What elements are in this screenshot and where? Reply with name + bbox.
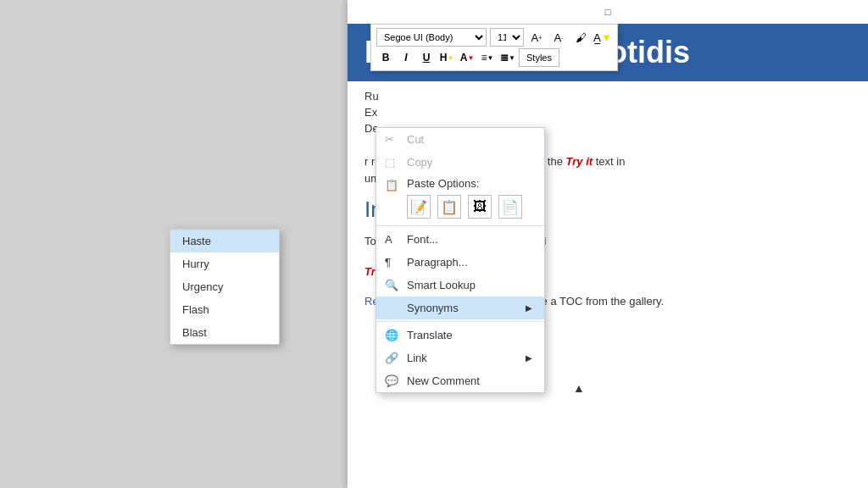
toolbar-row-2: B I U H▼ A▼ ≡▼ ≣▼ Styles [376, 48, 612, 67]
font-family-select[interactable]: Segoe UI (Body) [376, 28, 487, 47]
paste-icons-row: 📝 📋 🖼 📄 [407, 195, 532, 219]
ctx-paragraph[interactable]: ¶ Paragraph... [376, 251, 544, 274]
styles-btn[interactable]: Styles [519, 48, 559, 67]
synonyms-arrow-icon: ▶ [526, 303, 532, 313]
paste-options-label: Paste Options: [407, 177, 532, 190]
ctx-translate[interactable]: 🌐 Translate [376, 324, 544, 347]
smart-lookup-label: Smart Lookup [407, 279, 476, 291]
ctx-new-comment[interactable]: 💬 New Comment [376, 369, 544, 392]
cut-label: Cut [407, 133, 424, 146]
synonyms-submenu: Haste Hurry Urgency Flash Blast [170, 229, 280, 345]
comment-icon: 💬 [385, 374, 398, 387]
new-comment-label: New Comment [407, 374, 480, 387]
paste-picture-btn[interactable]: 🖼 [468, 195, 492, 219]
ctx-cut[interactable]: ✂ Cut [376, 128, 544, 151]
font-grow-btn[interactable]: A+ [527, 28, 546, 47]
mini-toolbar: Segoe UI (Body) 11 A+ A- 🖌 A̲▼ B I U H▼ … [370, 24, 618, 71]
synonyms-label: Synonyms [407, 302, 459, 314]
paragraph-label: Paragraph... [407, 256, 468, 269]
link-icon: 🔗 [385, 352, 398, 364]
ctx-paste-options: 📋 Paste Options: 📝 📋 🖼 📄 [376, 174, 544, 224]
ctx-copy[interactable]: ⬚ Copy [376, 151, 544, 174]
font-label: Font... [407, 233, 438, 246]
link-arrow-icon: ▶ [526, 353, 532, 363]
bold-btn[interactable]: B [376, 48, 395, 67]
copy-icon: ⬚ [385, 156, 395, 169]
highlight-btn[interactable]: A̲▼ [593, 28, 612, 47]
link-label: Link [407, 352, 427, 364]
paragraph-icon: ¶ [385, 256, 391, 269]
ctx-font[interactable]: A Font... [376, 228, 544, 251]
font-size-select[interactable]: 11 [490, 28, 524, 47]
cut-icon: ✂ [385, 133, 394, 146]
to-text: To [364, 235, 376, 247]
font-color-btn[interactable]: A▼ [458, 48, 476, 67]
ctx-synonyms[interactable]: Synonyms ▶ [376, 297, 544, 319]
italic-btn[interactable]: I [397, 48, 415, 67]
format-painter-btn[interactable]: 🖌 [571, 28, 590, 47]
paste-text-only-btn[interactable]: 📄 [498, 195, 522, 219]
try-it-label: Try it [566, 155, 593, 168]
numbering-btn[interactable]: ≣▼ [498, 48, 517, 67]
line-ex: Ex [364, 106, 851, 119]
underline-btn[interactable]: U [417, 48, 436, 67]
synonym-blast[interactable]: Blast [170, 321, 279, 344]
ctx-divider-1 [376, 225, 544, 226]
smart-lookup-icon: 🔍 [385, 279, 398, 291]
ctx-divider-2 [376, 321, 544, 322]
copy-label: Copy [407, 156, 432, 169]
ctx-link[interactable]: 🔗 Link ▶ [376, 347, 544, 369]
synonym-haste[interactable]: Haste [170, 230, 279, 252]
body-text-2: text in [596, 155, 626, 168]
synonym-urgency[interactable]: Urgency [170, 275, 279, 298]
font-icon: A [385, 233, 392, 246]
synonym-flash[interactable]: Flash [170, 298, 279, 321]
paste-keep-source-btn[interactable]: 📝 [407, 195, 431, 219]
toolbar-row-1: Segoe UI (Body) 11 A+ A- 🖌 A̲▼ [376, 28, 612, 47]
font-shrink-btn[interactable]: A- [549, 28, 568, 47]
bullets-btn[interactable]: ≡▼ [478, 48, 497, 67]
try-line-label: Tr [364, 265, 376, 278]
translate-label: Translate [407, 329, 453, 341]
context-menu: ✂ Cut ⬚ Copy 📋 Paste Options: 📝 📋 🖼 📄 A … [376, 127, 545, 393]
highlight-color-btn[interactable]: H▼ [437, 48, 456, 67]
synonym-hurry[interactable]: Hurry [170, 252, 279, 275]
translate-icon: 🌐 [385, 329, 398, 341]
ctx-smart-lookup[interactable]: 🔍 Smart Lookup [376, 274, 544, 297]
paste-icon: 📋 [385, 179, 398, 191]
window-indicator: □ [605, 7, 611, 17]
paste-merge-btn[interactable]: 📋 [437, 195, 461, 219]
line-ru: Ru [364, 90, 851, 103]
